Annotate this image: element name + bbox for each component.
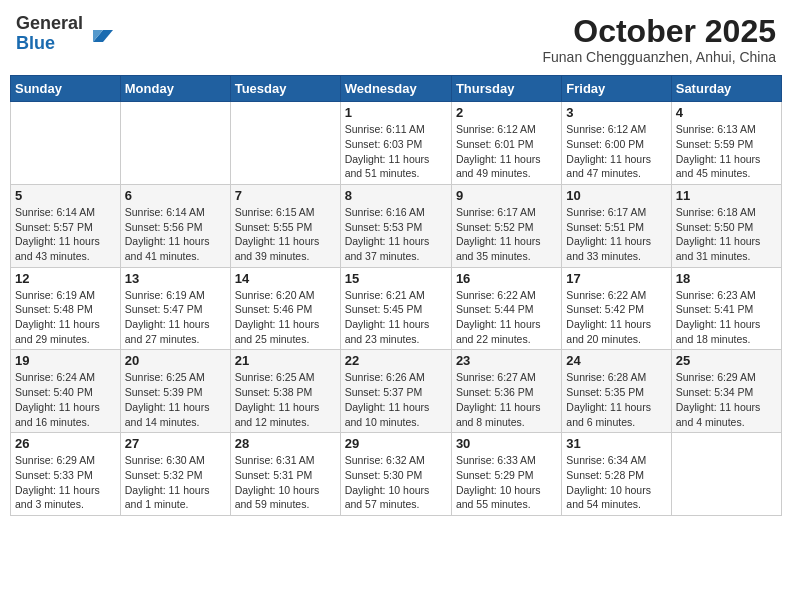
calendar-cell: 11Sunrise: 6:18 AM Sunset: 5:50 PM Dayli… bbox=[671, 184, 781, 267]
calendar-cell: 28Sunrise: 6:31 AM Sunset: 5:31 PM Dayli… bbox=[230, 433, 340, 516]
day-info: Sunrise: 6:24 AM Sunset: 5:40 PM Dayligh… bbox=[15, 370, 116, 429]
day-info: Sunrise: 6:14 AM Sunset: 5:57 PM Dayligh… bbox=[15, 205, 116, 264]
day-number: 23 bbox=[456, 353, 557, 368]
calendar-cell: 9Sunrise: 6:17 AM Sunset: 5:52 PM Daylig… bbox=[451, 184, 561, 267]
calendar-cell: 1Sunrise: 6:11 AM Sunset: 6:03 PM Daylig… bbox=[340, 102, 451, 185]
day-number: 19 bbox=[15, 353, 116, 368]
calendar-week-4: 19Sunrise: 6:24 AM Sunset: 5:40 PM Dayli… bbox=[11, 350, 782, 433]
calendar-cell: 13Sunrise: 6:19 AM Sunset: 5:47 PM Dayli… bbox=[120, 267, 230, 350]
day-number: 29 bbox=[345, 436, 447, 451]
calendar-cell: 29Sunrise: 6:32 AM Sunset: 5:30 PM Dayli… bbox=[340, 433, 451, 516]
calendar-cell: 27Sunrise: 6:30 AM Sunset: 5:32 PM Dayli… bbox=[120, 433, 230, 516]
day-number: 13 bbox=[125, 271, 226, 286]
day-info: Sunrise: 6:12 AM Sunset: 6:00 PM Dayligh… bbox=[566, 122, 666, 181]
weekday-header-monday: Monday bbox=[120, 76, 230, 102]
calendar-cell: 26Sunrise: 6:29 AM Sunset: 5:33 PM Dayli… bbox=[11, 433, 121, 516]
calendar-title: October 2025 bbox=[542, 14, 776, 49]
day-info: Sunrise: 6:21 AM Sunset: 5:45 PM Dayligh… bbox=[345, 288, 447, 347]
day-number: 27 bbox=[125, 436, 226, 451]
calendar-subtitle: Funan Chengguanzhen, Anhui, China bbox=[542, 49, 776, 65]
day-info: Sunrise: 6:29 AM Sunset: 5:34 PM Dayligh… bbox=[676, 370, 777, 429]
logo: General Blue bbox=[16, 14, 113, 54]
day-info: Sunrise: 6:29 AM Sunset: 5:33 PM Dayligh… bbox=[15, 453, 116, 512]
day-info: Sunrise: 6:17 AM Sunset: 5:51 PM Dayligh… bbox=[566, 205, 666, 264]
calendar-cell: 24Sunrise: 6:28 AM Sunset: 5:35 PM Dayli… bbox=[562, 350, 671, 433]
weekday-header-tuesday: Tuesday bbox=[230, 76, 340, 102]
day-number: 8 bbox=[345, 188, 447, 203]
day-number: 26 bbox=[15, 436, 116, 451]
calendar-cell: 21Sunrise: 6:25 AM Sunset: 5:38 PM Dayli… bbox=[230, 350, 340, 433]
calendar-cell: 2Sunrise: 6:12 AM Sunset: 6:01 PM Daylig… bbox=[451, 102, 561, 185]
calendar-cell: 3Sunrise: 6:12 AM Sunset: 6:00 PM Daylig… bbox=[562, 102, 671, 185]
logo-general-text: General bbox=[16, 13, 83, 33]
calendar-cell: 4Sunrise: 6:13 AM Sunset: 5:59 PM Daylig… bbox=[671, 102, 781, 185]
calendar-cell: 23Sunrise: 6:27 AM Sunset: 5:36 PM Dayli… bbox=[451, 350, 561, 433]
day-info: Sunrise: 6:32 AM Sunset: 5:30 PM Dayligh… bbox=[345, 453, 447, 512]
calendar-cell: 15Sunrise: 6:21 AM Sunset: 5:45 PM Dayli… bbox=[340, 267, 451, 350]
calendar-cell bbox=[230, 102, 340, 185]
day-number: 7 bbox=[235, 188, 336, 203]
calendar-cell: 10Sunrise: 6:17 AM Sunset: 5:51 PM Dayli… bbox=[562, 184, 671, 267]
day-info: Sunrise: 6:14 AM Sunset: 5:56 PM Dayligh… bbox=[125, 205, 226, 264]
calendar-cell: 31Sunrise: 6:34 AM Sunset: 5:28 PM Dayli… bbox=[562, 433, 671, 516]
calendar-cell: 12Sunrise: 6:19 AM Sunset: 5:48 PM Dayli… bbox=[11, 267, 121, 350]
day-info: Sunrise: 6:27 AM Sunset: 5:36 PM Dayligh… bbox=[456, 370, 557, 429]
day-number: 28 bbox=[235, 436, 336, 451]
day-number: 10 bbox=[566, 188, 666, 203]
day-number: 4 bbox=[676, 105, 777, 120]
day-number: 15 bbox=[345, 271, 447, 286]
calendar-cell bbox=[11, 102, 121, 185]
weekday-header-saturday: Saturday bbox=[671, 76, 781, 102]
day-number: 24 bbox=[566, 353, 666, 368]
page-header: General Blue October 2025 Funan Chenggua… bbox=[10, 10, 782, 69]
day-number: 21 bbox=[235, 353, 336, 368]
calendar-cell: 6Sunrise: 6:14 AM Sunset: 5:56 PM Daylig… bbox=[120, 184, 230, 267]
day-number: 16 bbox=[456, 271, 557, 286]
calendar-week-3: 12Sunrise: 6:19 AM Sunset: 5:48 PM Dayli… bbox=[11, 267, 782, 350]
calendar-cell: 25Sunrise: 6:29 AM Sunset: 5:34 PM Dayli… bbox=[671, 350, 781, 433]
day-number: 2 bbox=[456, 105, 557, 120]
day-number: 17 bbox=[566, 271, 666, 286]
day-number: 25 bbox=[676, 353, 777, 368]
weekday-header-row: SundayMondayTuesdayWednesdayThursdayFrid… bbox=[11, 76, 782, 102]
day-number: 3 bbox=[566, 105, 666, 120]
day-number: 31 bbox=[566, 436, 666, 451]
calendar-week-1: 1Sunrise: 6:11 AM Sunset: 6:03 PM Daylig… bbox=[11, 102, 782, 185]
day-info: Sunrise: 6:19 AM Sunset: 5:47 PM Dayligh… bbox=[125, 288, 226, 347]
calendar-cell: 8Sunrise: 6:16 AM Sunset: 5:53 PM Daylig… bbox=[340, 184, 451, 267]
day-info: Sunrise: 6:22 AM Sunset: 5:42 PM Dayligh… bbox=[566, 288, 666, 347]
day-info: Sunrise: 6:31 AM Sunset: 5:31 PM Dayligh… bbox=[235, 453, 336, 512]
calendar-cell: 30Sunrise: 6:33 AM Sunset: 5:29 PM Dayli… bbox=[451, 433, 561, 516]
day-number: 6 bbox=[125, 188, 226, 203]
day-number: 11 bbox=[676, 188, 777, 203]
day-info: Sunrise: 6:15 AM Sunset: 5:55 PM Dayligh… bbox=[235, 205, 336, 264]
day-info: Sunrise: 6:11 AM Sunset: 6:03 PM Dayligh… bbox=[345, 122, 447, 181]
day-info: Sunrise: 6:20 AM Sunset: 5:46 PM Dayligh… bbox=[235, 288, 336, 347]
calendar-cell: 17Sunrise: 6:22 AM Sunset: 5:42 PM Dayli… bbox=[562, 267, 671, 350]
day-info: Sunrise: 6:25 AM Sunset: 5:38 PM Dayligh… bbox=[235, 370, 336, 429]
weekday-header-friday: Friday bbox=[562, 76, 671, 102]
day-info: Sunrise: 6:34 AM Sunset: 5:28 PM Dayligh… bbox=[566, 453, 666, 512]
day-info: Sunrise: 6:25 AM Sunset: 5:39 PM Dayligh… bbox=[125, 370, 226, 429]
day-info: Sunrise: 6:22 AM Sunset: 5:44 PM Dayligh… bbox=[456, 288, 557, 347]
calendar-cell bbox=[671, 433, 781, 516]
calendar-week-2: 5Sunrise: 6:14 AM Sunset: 5:57 PM Daylig… bbox=[11, 184, 782, 267]
calendar-cell: 16Sunrise: 6:22 AM Sunset: 5:44 PM Dayli… bbox=[451, 267, 561, 350]
day-info: Sunrise: 6:12 AM Sunset: 6:01 PM Dayligh… bbox=[456, 122, 557, 181]
calendar-table: SundayMondayTuesdayWednesdayThursdayFrid… bbox=[10, 75, 782, 516]
day-number: 1 bbox=[345, 105, 447, 120]
day-number: 5 bbox=[15, 188, 116, 203]
calendar-cell: 20Sunrise: 6:25 AM Sunset: 5:39 PM Dayli… bbox=[120, 350, 230, 433]
day-info: Sunrise: 6:16 AM Sunset: 5:53 PM Dayligh… bbox=[345, 205, 447, 264]
logo-blue-text: Blue bbox=[16, 33, 55, 53]
calendar-cell: 5Sunrise: 6:14 AM Sunset: 5:57 PM Daylig… bbox=[11, 184, 121, 267]
calendar-cell: 18Sunrise: 6:23 AM Sunset: 5:41 PM Dayli… bbox=[671, 267, 781, 350]
logo-icon bbox=[85, 20, 113, 48]
title-block: October 2025 Funan Chengguanzhen, Anhui,… bbox=[542, 14, 776, 65]
day-number: 20 bbox=[125, 353, 226, 368]
day-info: Sunrise: 6:19 AM Sunset: 5:48 PM Dayligh… bbox=[15, 288, 116, 347]
calendar-cell bbox=[120, 102, 230, 185]
day-info: Sunrise: 6:30 AM Sunset: 5:32 PM Dayligh… bbox=[125, 453, 226, 512]
day-number: 14 bbox=[235, 271, 336, 286]
day-info: Sunrise: 6:18 AM Sunset: 5:50 PM Dayligh… bbox=[676, 205, 777, 264]
